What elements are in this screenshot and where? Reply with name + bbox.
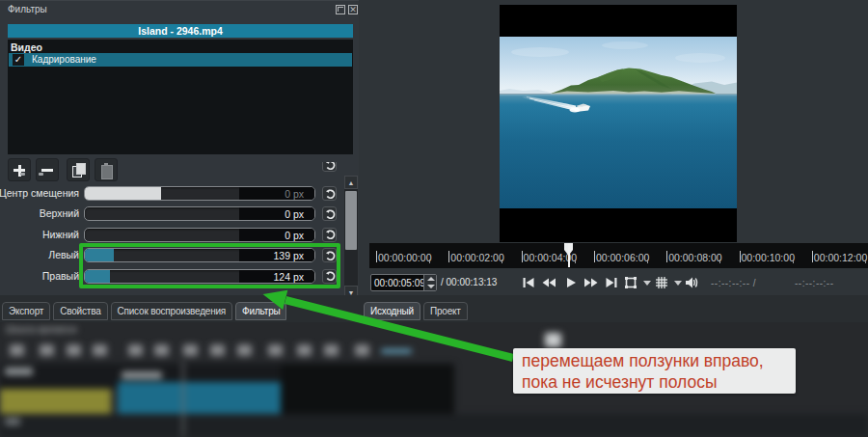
total-duration: / 00:00:13:13 [441,277,497,287]
param-label: Центр смещения [0,186,79,201]
param-label: Верхний [0,206,79,221]
panel-tab[interactable]: Список воспроизведения [111,302,233,320]
add-filter-button[interactable] [8,158,31,181]
skip-to-start-button[interactable] [521,275,536,290]
timeline-lower-track [0,414,868,437]
filter-group-label: Видео [11,41,42,53]
video-frame [500,5,737,242]
filter-name: Кадрирование [32,54,96,66]
param-value: 0 px [285,229,304,242]
timeline-ruler[interactable]: 00:00:00:00 00:00:02:00 00:00:04:00 00:0… [369,243,868,268]
param-value: 0 px [285,207,304,221]
float-panel-icon[interactable] [336,5,345,14]
annotation-box: перемещаем ползунки вправо, пока не исче… [513,348,796,394]
close-panel-icon[interactable]: ✕ [348,5,358,14]
blurred-icon[interactable] [324,344,339,356]
bottom-tab-strip: ЭкспортСвойстваСписок воспроизведенияФил… [0,295,868,322]
param-value: 0 px [285,187,304,201]
blurred-icon[interactable] [268,344,283,356]
filter-row-crop[interactable]: ✓ Кадрирование [9,53,352,67]
clip-title-bar: Island - 2946.mp4 [8,24,353,38]
panel-tab[interactable]: Свойства [53,302,107,320]
timeline-playhead[interactable] [182,362,184,437]
param-label: Нижний [0,228,79,242]
current-position[interactable]: 00:00:05:09 [374,278,425,288]
filter-checkbox[interactable]: ✓ [13,54,24,66]
param-slider[interactable]: 0 px [84,228,315,242]
blurred-icon[interactable] [210,344,225,356]
blurred-icon [545,333,561,347]
param-slider-fill [85,187,161,200]
video-preview [500,5,737,242]
shotcut-window: Фильтры ✕ Island - 2946.mp4 Видео ✓ Кадр… [0,0,868,437]
timeline-title: Шкала времени [6,324,76,335]
blurred-icon[interactable] [237,344,252,356]
highlight-rectangle [79,243,340,288]
annotation-line1: перемещаем ползунки вправо, [522,351,796,372]
paste-filters-button[interactable] [95,158,118,181]
param-slider[interactable]: 0 px [84,186,315,201]
filter-param-row: Верхний 0 px [0,206,359,221]
grid-dropdown-icon[interactable] [674,281,682,286]
playhead-line [568,243,570,267]
play-button[interactable] [563,275,579,290]
rewind-button[interactable] [541,275,556,290]
param-reset-button[interactable] [322,186,337,201]
panel-tab[interactable]: Экспорт [2,302,50,320]
param-reset-button[interactable] [322,228,337,242]
filter-param-row: Нижний 0 px [0,228,359,242]
blurred-icon[interactable] [128,344,143,356]
timecode-spin-buttons[interactable] [423,275,436,290]
param-slider[interactable]: 0 px [84,206,315,221]
blurred-icon[interactable] [183,344,198,356]
in-out-placeholder: --:--:--:-- [795,278,833,288]
param-label: Левый [0,248,79,262]
blurred-icon[interactable] [355,344,369,356]
partial-reset-button[interactable] [322,162,337,173]
params-scrollbar[interactable]: ▲ ▼ [344,176,358,299]
zoom-fit-button[interactable] [623,275,638,290]
timecode-spinbox[interactable]: 00:00:05:09 [370,274,437,291]
blurred-icon[interactable] [10,344,24,356]
blurred-icon[interactable] [297,344,312,356]
selected-duration-placeholder: --:--:--:-- / [711,278,756,288]
player-tab[interactable]: Проект [423,302,468,320]
clip-label-blob [122,371,162,379]
param-reset-button[interactable] [322,206,337,221]
spin-down-icon[interactable] [427,285,435,288]
copy-filters-button[interactable] [67,158,90,181]
timeline-clip-yellow[interactable] [0,389,111,414]
fast-forward-button[interactable] [583,275,599,290]
timeline-clip-teal[interactable] [118,382,281,414]
player-tab[interactable]: Исходный [364,302,420,320]
remove-filter-button[interactable] [36,158,59,181]
filter-list: Видео ✓ Кадрирование [8,40,353,154]
blurred-icon[interactable] [67,344,81,356]
volume-button[interactable] [684,275,699,290]
filters-panel-title: Фильтры [8,4,47,14]
spin-up-icon[interactable] [427,277,435,281]
scrollbar-thumb[interactable] [345,191,357,250]
zoom-dropdown-icon[interactable] [643,281,651,286]
grid-button[interactable] [654,275,669,290]
scroll-up-icon[interactable]: ▲ [344,176,358,189]
blurred-icon[interactable] [40,344,54,356]
blurred-icon[interactable] [93,344,107,356]
blurred-icon[interactable] [154,344,169,356]
panel-tab[interactable]: Фильтры [235,302,286,320]
param-label: Правый [0,269,79,284]
annotation-line2: пока не исчезнут полосы [522,372,796,394]
timeline-empty-zone [281,364,454,414]
scrolled-widget-remnant [39,173,43,176]
player-panel: 00:00:00:00 00:00:02:00 00:00:04:00 00:0… [359,0,868,295]
scrolled-widget-remnant [20,173,25,176]
timeline-progress-dash [381,349,412,353]
skip-to-end-button[interactable] [604,275,619,290]
filter-param-row: Центр смещения 0 px [0,186,359,201]
clip-label-blob [5,368,33,375]
track-label-blob [5,418,20,425]
